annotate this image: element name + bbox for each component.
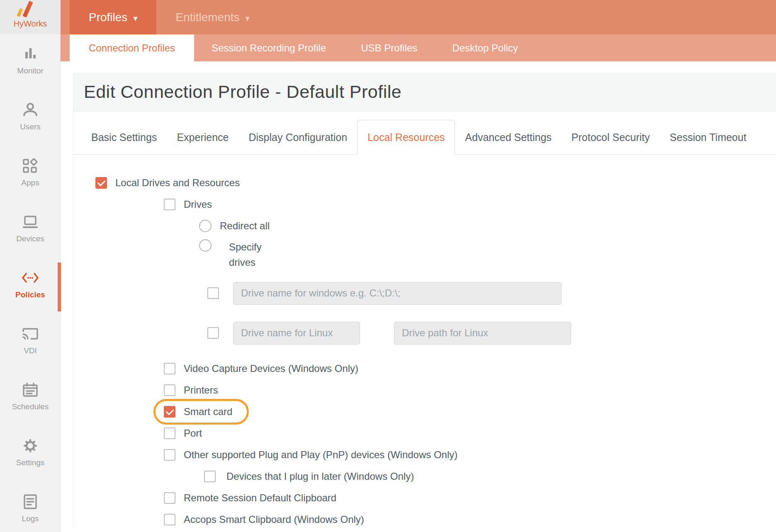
sidebar-item-label: Users	[20, 122, 41, 131]
printers-label: Printers	[184, 384, 218, 396]
nav-entitlements[interactable]: Entitlements ▾	[156, 0, 268, 34]
page-header-band: Edit Connection Profile - Default Profil…	[73, 73, 776, 112]
sidebar-item-apps[interactable]: Apps	[0, 154, 61, 210]
tab-local-resources[interactable]: Local Resources	[357, 120, 455, 155]
sidebar-item-vdi[interactable]: VDI	[0, 322, 61, 378]
nav-profiles[interactable]: Profiles ▾	[70, 0, 156, 34]
video-capture-label: Video Capture Devices (Windows Only)	[184, 363, 358, 374]
row-default-clipboard: Remote Session Default Clipboard	[73, 487, 776, 509]
sub-nav-bar: Connection Profiles Session Recording Pr…	[61, 34, 776, 61]
sidebar-item-label: Devices	[16, 234, 44, 243]
pnp-later-checkbox[interactable]	[204, 471, 216, 482]
subnav-label: Session Recording Profile	[212, 42, 326, 54]
video-capture-checkbox[interactable]	[164, 363, 175, 374]
page-title: Edit Connection Profile - Default Profil…	[84, 82, 401, 102]
tab-experience[interactable]: Experience	[167, 120, 238, 154]
main-content: Edit Connection Profile - Default Profil…	[73, 61, 776, 532]
subnav-label: Connection Profiles	[89, 42, 175, 54]
brand-name: HyWorks	[0, 19, 61, 29]
row-smart-card: Smart card	[73, 401, 776, 423]
subnav-connection-profiles[interactable]: Connection Profiles	[70, 34, 194, 61]
local-drives-label: Local Drives and Resources	[115, 177, 240, 189]
default-clipboard-checkbox[interactable]	[164, 492, 175, 504]
subnav-label: USB Profiles	[361, 42, 417, 54]
subnav-desktop-policy[interactable]: Desktop Policy	[435, 34, 535, 61]
sidebar-item-label: Apps	[21, 178, 39, 187]
sidebar-item-settings[interactable]: Settings	[0, 434, 61, 490]
pnp-later-label: Devices that I plug in later (Windows On…	[226, 471, 414, 482]
nav-profiles-label: Profiles	[89, 11, 127, 24]
linux-drive-name-input[interactable]	[233, 322, 360, 345]
chevron-down-icon: ▾	[133, 13, 137, 23]
row-smart-clipboard: Accops Smart Clipboard (Windows Only)	[73, 509, 776, 530]
row-video-capture: Video Capture Devices (Windows Only)	[73, 358, 776, 379]
row-port: Port	[73, 423, 776, 444]
sidebar-item-label: Schedules	[12, 402, 49, 411]
hyworks-logo-icon	[0, 0, 61, 21]
hyworks-admin-window: HyWorks Monitor Users	[0, 0, 776, 532]
smart-card-checkbox[interactable]	[164, 406, 175, 418]
default-clipboard-label: Remote Session Default Clipboard	[184, 492, 336, 504]
pnp-devices-checkbox[interactable]	[164, 449, 175, 461]
subnav-label: Desktop Policy	[452, 42, 518, 54]
local-drives-checkbox[interactable]	[95, 177, 107, 189]
subnav-usb-profiles[interactable]: USB Profiles	[343, 34, 435, 61]
row-printers: Printers	[73, 379, 776, 401]
code-brackets-icon	[21, 269, 40, 287]
row-windows-drive	[73, 278, 776, 308]
redirect-all-radio[interactable]	[199, 220, 212, 232]
sidebar-items: Monitor Users Apps	[0, 42, 61, 532]
linux-drive-checkbox[interactable]	[207, 327, 219, 339]
row-pnp-devices: Other supported Plug and Play (PnP) devi…	[73, 444, 776, 466]
row-pnp-later: Devices that I plug in later (Windows On…	[73, 466, 776, 487]
sidebar-item-label: Policies	[15, 290, 45, 299]
drives-label: Drives	[184, 199, 212, 210]
sidebar-item-devices[interactable]: Devices	[0, 210, 61, 266]
sidebar-item-policies[interactable]: Policies	[0, 266, 61, 322]
smart-clipboard-checkbox[interactable]	[164, 514, 175, 525]
port-checkbox[interactable]	[164, 428, 175, 439]
tab-protocol-security[interactable]: Protocol Security	[562, 120, 660, 154]
smart-clipboard-label: Accops Smart Clipboard (Windows Only)	[184, 514, 364, 525]
laptop-icon	[21, 213, 39, 231]
port-label: Port	[184, 428, 202, 439]
tab-session-timeout[interactable]: Session Timeout	[660, 120, 757, 154]
gear-icon	[22, 437, 39, 454]
sidebar-item-label: Settings	[16, 458, 45, 467]
tab-display-configuration[interactable]: Display Configuration	[239, 120, 358, 154]
subnav-session-recording-profile[interactable]: Session Recording Profile	[194, 34, 343, 61]
sidebar-item-schedules[interactable]: Schedules	[0, 378, 61, 434]
chevron-down-icon: ▾	[246, 13, 250, 23]
linux-drive-path-input[interactable]	[394, 322, 571, 345]
local-resources-panel: Local Drives and Resources Drives Redire…	[73, 155, 776, 532]
smart-card-label: Smart card	[184, 406, 232, 418]
windows-drive-checkbox[interactable]	[207, 287, 219, 299]
bar-chart-icon	[22, 45, 39, 63]
sidebar-item-label: Monitor	[17, 66, 43, 75]
pnp-devices-label: Other supported Plug and Play (PnP) devi…	[184, 449, 457, 461]
sidebar-item-users[interactable]: Users	[0, 98, 61, 154]
sidebar: HyWorks Monitor Users	[0, 0, 61, 532]
document-lines-icon	[22, 493, 39, 510]
profile-tabs: Basic Settings Experience Display Config…	[73, 112, 776, 155]
user-icon	[22, 101, 39, 119]
row-specify-drives: Specify drives	[73, 237, 776, 278]
hyworks-logo[interactable]: HyWorks	[0, 0, 61, 34]
row-drives: Drives	[73, 194, 776, 215]
sidebar-item-monitor[interactable]: Monitor	[0, 42, 61, 98]
row-redirect-all: Redirect all	[73, 215, 776, 237]
drives-checkbox[interactable]	[164, 199, 175, 210]
printers-checkbox[interactable]	[164, 384, 175, 396]
top-nav-bar: Profiles ▾ Entitlements ▾	[61, 0, 776, 34]
sidebar-item-logs[interactable]: Logs	[0, 490, 61, 532]
redirect-all-label: Redirect all	[220, 220, 270, 232]
specify-drives-label: Specify drives	[229, 239, 262, 270]
windows-drive-input[interactable]	[233, 282, 562, 305]
row-linux-drive	[73, 318, 776, 348]
sidebar-item-label: VDI	[24, 346, 37, 355]
specify-drives-radio[interactable]	[199, 239, 212, 252]
tab-advanced-settings[interactable]: Advanced Settings	[455, 120, 561, 154]
calendar-icon	[22, 381, 39, 398]
apps-grid-icon	[22, 157, 39, 175]
tab-basic-settings[interactable]: Basic Settings	[81, 120, 167, 154]
